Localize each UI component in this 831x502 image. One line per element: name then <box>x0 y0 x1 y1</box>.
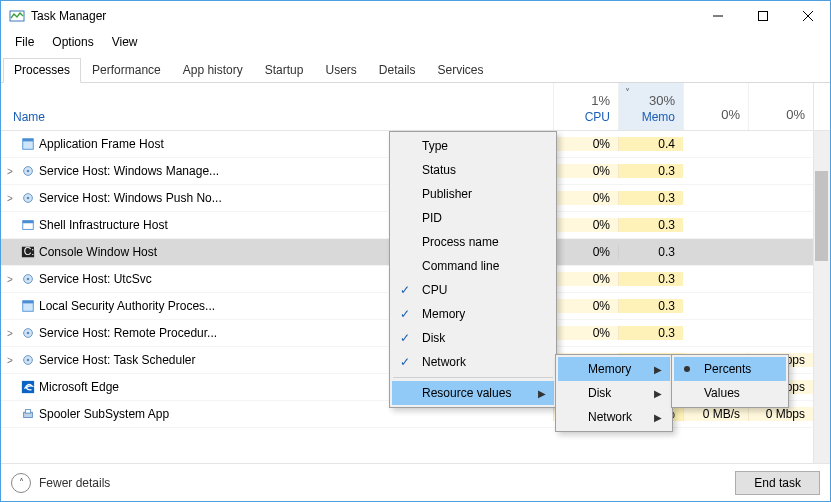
cell-memory: 0.4 <box>618 137 683 151</box>
column-header-disk[interactable]: 0% <box>683 83 748 130</box>
task-manager-icon <box>9 8 25 24</box>
maximize-button[interactable] <box>740 1 785 31</box>
sort-indicator-icon: ˅ <box>625 87 630 98</box>
tab-app-history[interactable]: App history <box>172 58 254 83</box>
menu-file[interactable]: File <box>7 33 42 51</box>
tab-details[interactable]: Details <box>368 58 427 83</box>
svg-rect-25 <box>25 410 30 414</box>
tab-users[interactable]: Users <box>314 58 367 83</box>
expand-toggle[interactable]: > <box>1 193 19 204</box>
submenu-arrow-icon: ▶ <box>654 388 662 399</box>
process-icon <box>19 272 37 286</box>
tab-performance[interactable]: Performance <box>81 58 172 83</box>
menu-item[interactable]: Type <box>392 134 554 158</box>
menu-item[interactable]: Percents <box>674 357 786 381</box>
vertical-scrollbar[interactable] <box>813 131 830 463</box>
cell-cpu: 0% <box>553 299 618 313</box>
process-name: Spooler SubSystem App <box>37 407 553 421</box>
svg-point-8 <box>27 170 30 173</box>
cell-disk: 0 MB/s <box>683 407 748 421</box>
scrollbar-thumb[interactable] <box>815 171 828 261</box>
expand-toggle[interactable]: > <box>1 328 19 339</box>
cell-memory: 0.3 <box>618 218 683 232</box>
footer: ˄ Fewer details End task <box>1 463 830 501</box>
menu-item[interactable]: ✓Disk <box>392 326 554 350</box>
scrollbar-gutter <box>813 83 830 130</box>
fewer-details-button[interactable]: ˄ Fewer details <box>11 473 735 493</box>
menu-item[interactable]: ✓Memory <box>392 302 554 326</box>
menu-item[interactable]: Network▶ <box>558 405 670 429</box>
menu-separator <box>393 377 553 378</box>
tab-processes[interactable]: Processes <box>3 58 81 83</box>
menu-item[interactable]: PID <box>392 206 554 230</box>
tab-startup[interactable]: Startup <box>254 58 315 83</box>
cell-memory: 0.3 <box>618 299 683 313</box>
close-button[interactable] <box>785 1 830 31</box>
cell-memory: 0.3 <box>618 245 683 259</box>
memory-values-submenu: PercentsValues <box>671 354 789 408</box>
cell-memory: 0.3 <box>618 164 683 178</box>
cell-cpu: 0% <box>553 191 618 205</box>
column-header-memory[interactable]: ˅ 30% Memo <box>618 83 683 130</box>
check-icon: ✓ <box>400 355 410 369</box>
column-header-network[interactable]: 0% <box>748 83 813 130</box>
expand-toggle[interactable]: > <box>1 274 19 285</box>
menu-item[interactable]: Memory▶ <box>558 357 670 381</box>
menu-item[interactable]: Disk▶ <box>558 381 670 405</box>
tab-services[interactable]: Services <box>427 58 495 83</box>
svg-rect-6 <box>23 139 34 142</box>
process-icon <box>19 380 37 394</box>
menu-item[interactable]: ✓CPU <box>392 278 554 302</box>
menu-options[interactable]: Options <box>44 33 101 51</box>
check-icon: ✓ <box>400 307 410 321</box>
process-icon: C:\ <box>19 245 37 259</box>
process-icon <box>19 218 37 232</box>
resource-values-submenu: Memory▶Disk▶Network▶ <box>555 354 673 432</box>
column-header-cpu[interactable]: 1% CPU <box>553 83 618 130</box>
expand-toggle[interactable]: > <box>1 166 19 177</box>
end-task-button[interactable]: End task <box>735 471 820 495</box>
cell-network: 0 Mbps <box>748 407 813 421</box>
svg-rect-2 <box>758 12 767 21</box>
svg-point-20 <box>27 332 30 335</box>
menu-item-resource-values[interactable]: Resource values▶ <box>392 381 554 405</box>
cell-cpu: 0% <box>553 137 618 151</box>
process-icon <box>19 191 37 205</box>
submenu-arrow-icon: ▶ <box>538 388 546 399</box>
column-header-name[interactable]: Name <box>1 83 553 130</box>
menubar: File Options View <box>1 31 830 53</box>
chevron-up-icon: ˄ <box>11 473 31 493</box>
menu-item[interactable]: Publisher <box>392 182 554 206</box>
cell-memory: 0.3 <box>618 191 683 205</box>
task-manager-window: Task Manager File Options View Processes… <box>0 0 831 502</box>
cell-cpu: 0% <box>553 272 618 286</box>
process-icon <box>19 137 37 151</box>
menu-item[interactable]: Process name <box>392 230 554 254</box>
menu-item[interactable]: Command line <box>392 254 554 278</box>
radio-dot-icon <box>684 366 690 372</box>
process-table: Name 1% CPU ˅ 30% Memo 0% 0% <box>1 83 830 463</box>
cell-memory: 0.3 <box>618 272 683 286</box>
check-icon: ✓ <box>400 283 410 297</box>
process-icon <box>19 299 37 313</box>
menu-view[interactable]: View <box>104 33 146 51</box>
cell-cpu: 0% <box>553 326 618 340</box>
titlebar: Task Manager <box>1 1 830 31</box>
column-context-menu: TypeStatusPublisherPIDProcess nameComman… <box>389 131 557 408</box>
submenu-arrow-icon: ▶ <box>654 412 662 423</box>
process-icon <box>19 353 37 367</box>
svg-rect-12 <box>23 221 34 224</box>
process-icon <box>19 326 37 340</box>
menu-item[interactable]: ✓Network <box>392 350 554 374</box>
svg-rect-18 <box>23 301 34 304</box>
table-header: Name 1% CPU ˅ 30% Memo 0% 0% <box>1 83 830 131</box>
cell-cpu: 0% <box>553 218 618 232</box>
minimize-button[interactable] <box>695 1 740 31</box>
menu-item[interactable]: Status <box>392 158 554 182</box>
check-icon: ✓ <box>400 331 410 345</box>
cell-cpu: 0% <box>553 164 618 178</box>
menu-item[interactable]: Values <box>674 381 786 405</box>
cell-cpu: 0% <box>553 245 618 259</box>
svg-point-10 <box>27 197 30 200</box>
expand-toggle[interactable]: > <box>1 355 19 366</box>
